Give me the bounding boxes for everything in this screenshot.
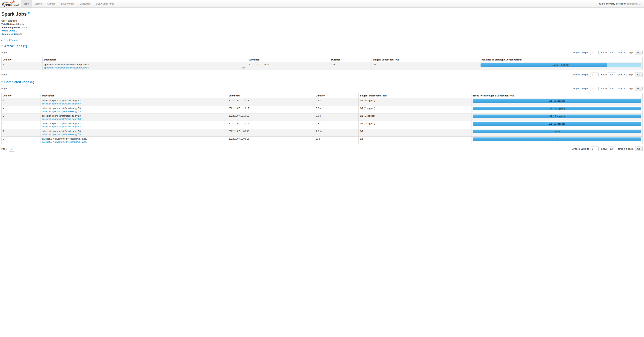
- items-per-page-input[interactable]: [608, 86, 616, 91]
- jump-to-page-input[interactable]: [590, 86, 598, 91]
- show-text: . Show: [600, 148, 607, 150]
- tab-jobs[interactable]: Jobs: [21, 0, 32, 7]
- go-button[interactable]: Go: [635, 50, 642, 55]
- page-number-input[interactable]: [9, 50, 15, 55]
- table-row: 2 collect at /spark-scripts/spark-ad.py:…: [2, 121, 642, 129]
- job-description: collect at /spark-scripts/spark-ad.py:53: [42, 114, 226, 117]
- description-cell: append at NativeMethodAccessorImpl.java:…: [42, 62, 247, 70]
- column-tasks[interactable]: Tasks (for all stages): Succeeded/Total: [479, 57, 642, 62]
- items-per-page-input[interactable]: [608, 72, 616, 77]
- job-detail-link[interactable]: append at NativeMethodAccessorImpl.java:…: [44, 66, 89, 69]
- column-description[interactable]: Description: [42, 57, 247, 62]
- column-duration[interactable]: Duration: [330, 57, 372, 62]
- submitted-cell: 2022/11/07 11:10:16: [227, 121, 314, 129]
- application-name: ny-tlc-anomaly-detection application UI: [598, 0, 644, 7]
- job-summary-list: User: stackable Total Uptime: 3.0 min Sc…: [2, 19, 642, 36]
- go-button[interactable]: Go: [635, 86, 642, 91]
- page-number-input[interactable]: [9, 72, 15, 77]
- description-cell: parquet at NativeMethodAccessorImpl.java…: [40, 137, 227, 144]
- tab-executors[interactable]: Executors: [77, 0, 93, 7]
- spark-version: 3.3.0: [14, 4, 19, 7]
- active-jobs-bottom-pagination: Page: 1 Pages. Jump to . Show items in a…: [2, 72, 642, 77]
- description-cell: collect at /spark-scripts/spark-ad.py:53…: [40, 121, 227, 129]
- job-detail-link[interactable]: collect at /spark-scripts/spark-ad.py:53: [42, 102, 81, 105]
- task-progress-bar: 15/19 (4 running): [480, 63, 641, 67]
- active-jobs-table: Job Id ▾ Description Submitted Duration …: [2, 57, 642, 70]
- description-cell: collect at /spark-scripts/spark-ad.py:53…: [40, 114, 227, 121]
- stages-cell: 0/1: [371, 62, 479, 70]
- items-per-page-input[interactable]: [608, 146, 616, 151]
- event-timeline-toggle[interactable]: ▸ Event Timeline: [2, 39, 642, 41]
- jump-to-page-input[interactable]: [590, 72, 598, 77]
- column-tasks[interactable]: Tasks (for all stages): Succeeded/Total: [471, 93, 642, 98]
- task-progress-bar: 1/1 (16 skipped): [473, 122, 641, 126]
- tasks-cell: 15/19 (4 running): [479, 62, 642, 70]
- active-jobs-heading: Active Jobs (1): [4, 44, 27, 48]
- kill-link[interactable]: (kill): [242, 66, 246, 69]
- job-detail-link[interactable]: collect at /spark-scripts/spark-ad.py:53: [42, 110, 81, 113]
- page-title-text: Spark Jobs: [2, 11, 27, 17]
- completed-jobs-section-title[interactable]: ▾ Completed Jobs (6): [2, 80, 642, 84]
- active-jobs-header-row: Job Id ▾ Description Submitted Duration …: [2, 57, 642, 62]
- job-id-cell: 3: [2, 114, 41, 121]
- column-stages[interactable]: Stages: Succeeded/Total: [358, 93, 472, 98]
- tab-sql-dataframe[interactable]: SQL / DataFrame: [93, 0, 117, 7]
- duration-cell: 14 s: [330, 62, 372, 70]
- jump-to-page-input[interactable]: [590, 146, 598, 151]
- active-jobs-link[interactable]: Active Jobs:: [2, 29, 15, 32]
- table-row: 3 collect at /spark-scripts/spark-ad.py:…: [2, 114, 642, 121]
- job-detail-link[interactable]: collect at /spark-scripts/spark-ad.py:53: [42, 133, 81, 136]
- tab-storage[interactable]: Storage: [44, 0, 58, 7]
- completed-jobs-bottom-pagination: Page: 1 Pages. Jump to . Show items in a…: [2, 146, 642, 152]
- tab-environment[interactable]: Environment: [58, 0, 77, 7]
- items-in-page-text: items in a page.: [618, 148, 634, 150]
- stages-cell: 1/1 (2 skipped): [358, 106, 472, 114]
- task-progress-bar: 1/1 (18 skipped): [473, 99, 641, 103]
- show-text: . Show: [600, 51, 607, 54]
- page-label: Page:: [2, 148, 7, 150]
- column-submitted[interactable]: Submitted: [247, 57, 330, 62]
- tasks-cell: 1/1: [471, 137, 642, 144]
- go-button[interactable]: Go: [635, 146, 642, 151]
- column-duration[interactable]: Duration: [314, 93, 358, 98]
- job-description: collect at /spark-scripts/spark-ad.py:53: [42, 122, 226, 125]
- column-job-id[interactable]: Job Id ▾: [2, 57, 42, 62]
- column-description[interactable]: Description: [40, 93, 227, 98]
- help-link[interactable]: (?): [28, 11, 31, 14]
- spark-star-icon: [10, 0, 15, 4]
- tasks-cell: 16/16: [471, 129, 642, 137]
- task-progress-bar: 1/1 (17 skipped): [473, 107, 641, 110]
- column-job-id[interactable]: Job Id ▾: [2, 93, 41, 98]
- submitted-cell: 2022/11/07 11:08:58: [227, 129, 314, 137]
- task-progress-bar: 1/1 (16 skipped): [473, 114, 641, 118]
- pages-count-text: 1 Pages. Jump to: [572, 87, 589, 90]
- page-number-input[interactable]: [9, 86, 15, 91]
- progress-label: 15/19 (4 running): [480, 63, 641, 67]
- job-detail-link[interactable]: collect at /spark-scripts/spark-ad.py:53: [42, 125, 81, 128]
- tab-stages[interactable]: Stages: [32, 0, 44, 7]
- job-detail-link[interactable]: parquet at NativeMethodAccessorImpl.java…: [42, 140, 87, 143]
- task-progress-bar: 16/16: [473, 130, 641, 133]
- job-detail-link[interactable]: collect at /spark-scripts/spark-ad.py:53: [42, 117, 81, 120]
- spark-logo-wordmark: APACHE Spark: [2, 0, 12, 7]
- tasks-cell: 1/1 (17 skipped): [471, 106, 642, 114]
- completed-jobs-count: 6: [20, 33, 22, 35]
- tasks-cell: 1/1 (16 skipped): [471, 114, 642, 121]
- submitted-cell: 2022/11/07 11:10:17: [227, 106, 314, 114]
- stages-cell: 1/1: [358, 129, 472, 137]
- pages-count-text: 1 Pages. Jump to: [572, 148, 589, 150]
- top-navbar: APACHE Spark 3.3.0 Jobs Stages Storage E…: [0, 0, 644, 8]
- completed-jobs-link[interactable]: Completed Jobs:: [2, 33, 20, 35]
- column-stages[interactable]: Stages: Succeeded/Total: [371, 57, 479, 62]
- application-ui-suffix: application UI: [627, 2, 641, 5]
- active-jobs-section-title[interactable]: ▾ Active Jobs (1): [2, 44, 642, 48]
- jump-to-page-input[interactable]: [590, 50, 598, 55]
- items-in-page-text: items in a page.: [618, 73, 634, 76]
- duration-cell: 0.8 s: [314, 121, 358, 129]
- column-submitted[interactable]: Submitted: [227, 93, 314, 98]
- page-number-input[interactable]: [9, 146, 15, 152]
- items-per-page-input[interactable]: [608, 50, 616, 55]
- job-description: collect at /spark-scripts/spark-ad.py:53: [42, 99, 226, 102]
- go-button[interactable]: Go: [635, 72, 642, 77]
- job-id-cell: 1: [2, 129, 41, 137]
